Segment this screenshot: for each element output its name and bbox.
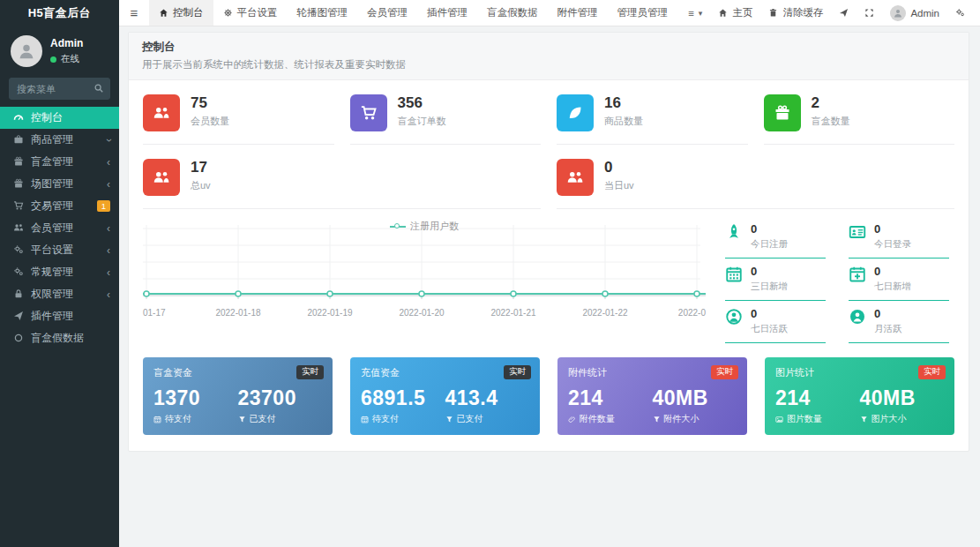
tab-admins[interactable]: 管理员管理 (608, 0, 678, 26)
stat-orders: 356盲盒订单数 (350, 93, 542, 145)
calendar-plus-icon (849, 266, 866, 283)
page-subtitle: 用于展示当前系统中的统计数据、统计报表及重要实时数据 (142, 58, 955, 71)
sidebar-item-trade[interactable]: 交易管理 1 (0, 195, 119, 217)
home-icon (718, 8, 728, 18)
cogs-icon (12, 244, 24, 257)
sidebar-item-fakedata[interactable]: 盲盒假数据 (0, 327, 119, 349)
users-icon (143, 94, 180, 131)
x-tick: 2022-01-19 (307, 308, 352, 318)
tab-carousel[interactable]: 轮播图管理 (288, 0, 358, 26)
funnel-icon (860, 416, 868, 423)
realtime-badge: 实时 (296, 365, 324, 379)
mini-stat-today-login: 0今日登录 (849, 223, 949, 259)
sidebar-item-dashboard[interactable]: 控制台 (0, 107, 119, 129)
realtime-badge: 实时 (504, 365, 531, 379)
image-icon (775, 416, 783, 423)
hamburger-icon[interactable]: ≡ (119, 0, 149, 26)
sidebar-item-members[interactable]: 会员管理 ‹ (0, 217, 119, 239)
admin-menu[interactable]: Admin (882, 0, 947, 26)
expand-icon (864, 8, 874, 18)
avatar[interactable] (11, 35, 42, 67)
user-status: 在线 (61, 53, 79, 65)
x-tick: 2022-01-21 (490, 308, 535, 318)
dashboard-panel: 控制台 用于展示当前系统中的统计数据、统计报表及重要实时数据 75会员数量 35… (128, 32, 969, 452)
top-navbar: ≡ 控制台 平台设置 轮播图管理 会员管理 插件管理 盲盒假数据 附件管理 管理… (119, 0, 980, 26)
app-title: H5盲盒后台 (0, 0, 119, 26)
lock-icon (12, 288, 24, 301)
id-card-icon (849, 223, 866, 241)
user-panel: Admin 在线 (0, 26, 119, 74)
tab-list-dropdown[interactable]: ≡▾ (680, 0, 710, 26)
x-tick: 01-17 (143, 308, 166, 318)
registered-users-chart: 注册用户数 (143, 220, 706, 343)
online-status-dot (50, 56, 56, 63)
settings-button[interactable] (947, 0, 973, 26)
sidebar-menu: 控制台 商品管理 ‹ 盲盒管理 ‹ 场图管理 ‹ 交易管理 1 会员管理 ‹ (0, 107, 119, 349)
avatar (890, 5, 906, 21)
sidebar-item-auth[interactable]: 权限管理 ‹ (0, 283, 119, 305)
stat-boxes: 2盲盒数量 (764, 93, 955, 145)
x-tick: 2022-01-18 (215, 308, 260, 318)
stat-products: 16商品数量 (557, 93, 748, 145)
circle-icon (12, 333, 24, 345)
card-image-stats: 图片统计 实时 214 图片数量 40MB 图片大小 (765, 357, 954, 435)
gift-icon (12, 156, 24, 169)
gauge-icon (12, 112, 24, 124)
gift-icon (764, 94, 801, 131)
panel-heading: 控制台 用于展示当前系统中的统计数据、统计报表及重要实时数据 (129, 33, 969, 80)
tab-fakedata[interactable]: 盲盒假数据 (477, 0, 548, 26)
sidebar-item-blindbox[interactable]: 盲盒管理 ‹ (0, 151, 119, 173)
stat-total-uv: 17总uv (143, 157, 541, 209)
sidebar: H5盲盒后台 Admin 在线 控制台 商品管理 ‹ 盲盒管理 ‹ 场图管理 ‹ (0, 0, 119, 547)
sidebar-item-scene[interactable]: 场图管理 ‹ (0, 173, 119, 195)
home-button[interactable]: 主页 (710, 0, 760, 26)
trade-badge: 1 (97, 200, 110, 212)
chart-legend[interactable]: 注册用户数 (390, 220, 459, 233)
mini-stat-month-active: 0月活跃 (849, 308, 949, 343)
chart-x-axis: 01-17 2022-01-18 2022-01-19 2022-01-20 2… (143, 307, 706, 319)
users-icon (557, 159, 594, 196)
realtime-badge: 实时 (918, 365, 946, 379)
fullscreen-button[interactable] (857, 0, 882, 26)
tab-attachments[interactable]: 附件管理 (548, 0, 608, 26)
sidebar-item-goods[interactable]: 商品管理 ‹ (0, 129, 119, 151)
funnel-icon (238, 416, 246, 423)
rocket-icon (725, 223, 743, 241)
paper-plane-icon (839, 8, 849, 18)
summary-cards: 盲盒资金 实时 1370 待支付 23700 已支付 充值资金 (143, 357, 954, 435)
mini-stat-grid: 0今日注册 0今日登录 0三日新增 0七日新增 (706, 220, 954, 343)
sidebar-item-general[interactable]: 常规管理 ‹ (0, 261, 119, 283)
chevron-left-icon: ‹ (107, 156, 110, 169)
shortcut-button[interactable] (831, 0, 857, 26)
chevron-left-icon: ‹ (107, 266, 110, 279)
sidebar-item-addons[interactable]: 插件管理 (0, 305, 119, 327)
mini-stat-3day-new: 0三日新增 (725, 266, 826, 301)
caret-down-icon: ▾ (699, 9, 703, 18)
tab-members[interactable]: 会员管理 (357, 0, 417, 26)
x-tick: 2022-01-20 (399, 308, 444, 318)
realtime-badge: 实时 (711, 365, 738, 379)
users-icon (143, 159, 180, 196)
users-icon (12, 222, 24, 235)
sidebar-item-platform-settings[interactable]: 平台设置 ‹ (0, 239, 119, 261)
chevron-left-icon: ‹ (107, 178, 110, 191)
calendar-icon (361, 416, 369, 423)
nav-right: ≡▾ 主页 清除缓存 Admin (680, 0, 980, 26)
x-tick: 2022-0 (678, 308, 706, 318)
card-attachment-stats: 附件统计 实时 214 附件数量 40MB 附件大小 (557, 357, 747, 435)
card-recharge-funds: 充值资金 实时 6891.5 待支付 413.4 已支付 (350, 357, 540, 435)
chevron-left-icon: ‹ (107, 244, 110, 257)
tab-dashboard[interactable]: 控制台 (149, 0, 213, 26)
funnel-icon (653, 416, 661, 423)
tab-platform-settings[interactable]: 平台设置 (213, 0, 288, 26)
mini-stat-today-register: 0今日注册 (725, 223, 826, 259)
card-blindbox-funds: 盲盒资金 实时 1370 待支付 23700 已支付 (143, 357, 333, 435)
plane-icon (12, 311, 24, 323)
briefcase-icon (12, 134, 24, 146)
x-tick: 2022-01-22 (582, 308, 627, 318)
cart-icon (12, 200, 24, 213)
chevron-left-icon: ‹ (107, 222, 110, 235)
user-filled-icon (849, 308, 866, 326)
tab-addons[interactable]: 插件管理 (417, 0, 477, 26)
clear-cache-button[interactable]: 清除缓存 (760, 0, 831, 26)
